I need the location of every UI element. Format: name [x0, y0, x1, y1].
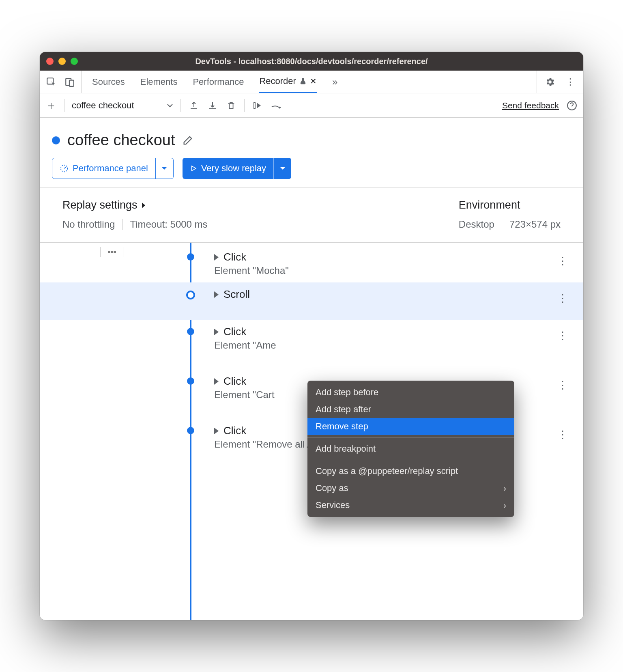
step-over-icon[interactable]	[271, 100, 282, 111]
chevron-right-icon	[142, 202, 146, 209]
step-subtitle: Element "Ame	[214, 340, 276, 351]
step-more-icon[interactable]: ⋮	[557, 292, 568, 305]
expand-caret-icon[interactable]	[214, 254, 219, 261]
replay-settings-heading[interactable]: Replay settings	[62, 199, 208, 211]
step-more-icon[interactable]: ⋮	[557, 379, 568, 392]
tab-performance-label: Performance	[193, 77, 244, 87]
environment-section: Environment Desktop 723×574 px	[459, 199, 561, 230]
close-window-button[interactable]	[46, 58, 54, 65]
replay-button-caret[interactable]	[273, 158, 291, 179]
step-row[interactable]: Click Element "Ame ⋮	[40, 320, 583, 357]
ctx-copy-as[interactable]: Copy as›	[307, 480, 514, 497]
divider	[244, 99, 245, 112]
divider	[307, 437, 514, 438]
settings-gear-icon[interactable]	[544, 76, 556, 88]
edit-title-icon[interactable]	[182, 135, 193, 146]
performance-panel-label: Performance panel	[73, 163, 148, 174]
inspect-element-icon[interactable]	[45, 76, 57, 88]
divider	[502, 219, 502, 230]
window-titlebar: DevTools - localhost:8080/docs/devtools/…	[40, 52, 583, 71]
play-icon	[190, 165, 197, 172]
recording-header: coffee checkout Performance panel Very s…	[40, 118, 583, 187]
divider	[122, 219, 122, 230]
tab-sources[interactable]: Sources	[92, 71, 125, 93]
svg-rect-3	[254, 103, 255, 108]
new-recording-icon[interactable]: ＋	[45, 100, 57, 111]
expand-caret-icon[interactable]	[214, 291, 219, 298]
gauge-icon	[60, 164, 69, 173]
flask-icon	[299, 78, 307, 85]
window-title: DevTools - localhost:8080/docs/devtools/…	[40, 57, 583, 66]
chevron-right-icon: ›	[503, 501, 506, 510]
step-more-icon[interactable]: ⋮	[557, 255, 568, 267]
environment-dimensions: 723×574 px	[509, 219, 561, 230]
help-icon[interactable]	[566, 100, 578, 111]
ctx-add-step-before[interactable]: Add step before	[307, 384, 514, 401]
expand-caret-icon[interactable]	[214, 329, 219, 335]
throttling-value: No throttling	[62, 219, 115, 230]
ctx-services[interactable]: Services›	[307, 497, 514, 514]
zoom-window-button[interactable]	[71, 58, 78, 65]
tab-sources-label: Sources	[92, 77, 125, 87]
delete-icon[interactable]	[226, 100, 237, 111]
ctx-add-breakpoint[interactable]: Add breakpoint	[307, 440, 514, 457]
divider	[307, 460, 514, 460]
export-icon[interactable]	[188, 100, 200, 111]
timeline-node	[187, 427, 194, 434]
step-subtitle: Element "Cart	[214, 389, 275, 401]
send-feedback-link[interactable]: Send feedback	[502, 101, 559, 110]
step-title: Click	[223, 325, 246, 338]
step-more-icon[interactable]: ⋮	[557, 429, 568, 441]
ctx-add-step-after[interactable]: Add step after	[307, 401, 514, 418]
kebab-menu-icon[interactable]: ⋮	[565, 76, 576, 88]
tabs-container: Sources Elements Performance Recorder ✕ …	[82, 71, 537, 93]
environment-heading: Environment	[459, 199, 520, 211]
step-row[interactable]: Scroll ⋮	[40, 282, 583, 320]
timeline-node	[187, 253, 194, 261]
chevron-right-icon: ›	[503, 484, 506, 493]
step-row[interactable]: ▦▦▦ Click Element "Mocha" ⋮	[40, 245, 583, 282]
step-play-icon[interactable]	[252, 100, 263, 111]
action-buttons: Performance panel Very slow replay	[52, 158, 571, 179]
replay-settings-section: Replay settings No throttling Timeout: 5…	[62, 199, 208, 230]
more-tabs-icon[interactable]: »	[332, 76, 337, 88]
recording-title-row: coffee checkout	[52, 131, 571, 149]
recorder-toolbar: ＋ coffee checkout Send feedback	[40, 93, 583, 118]
context-menu: Add step before Add step after Remove st…	[307, 381, 514, 517]
chevron-down-icon	[167, 103, 173, 108]
timeout-value: Timeout: 5000 ms	[130, 219, 207, 230]
step-thumbnail: ▦▦▦	[101, 247, 123, 257]
settings-row: Replay settings No throttling Timeout: 5…	[40, 187, 583, 243]
divider	[180, 99, 181, 112]
minimize-window-button[interactable]	[58, 58, 66, 65]
import-icon[interactable]	[207, 100, 218, 111]
recording-select[interactable]: coffee checkout	[72, 100, 173, 111]
inspect-tools	[40, 71, 82, 93]
step-title: Click	[223, 251, 246, 263]
ctx-copy-puppeteer[interactable]: Copy as a @puppeteer/replay script	[307, 463, 514, 480]
devtools-window: DevTools - localhost:8080/docs/devtools/…	[40, 52, 583, 620]
step-more-icon[interactable]: ⋮	[557, 330, 568, 342]
performance-panel-caret[interactable]	[155, 158, 173, 179]
panel-tab-bar: Sources Elements Performance Recorder ✕ …	[40, 71, 583, 93]
replay-button-label: Very slow replay	[201, 163, 266, 174]
device-toolbar-icon[interactable]	[64, 76, 75, 88]
environment-device: Desktop	[459, 219, 494, 230]
step-title: Scroll	[223, 288, 250, 301]
tab-elements-label: Elements	[140, 77, 178, 87]
expand-caret-icon[interactable]	[214, 428, 219, 434]
tab-recorder-label: Recorder	[259, 76, 296, 86]
recording-status-dot	[52, 136, 60, 144]
close-tab-icon[interactable]: ✕	[310, 76, 317, 86]
performance-panel-button[interactable]: Performance panel	[52, 158, 174, 179]
ctx-remove-step[interactable]: Remove step	[307, 418, 514, 435]
step-subtitle: Element "Mocha"	[214, 265, 289, 276]
recording-select-label: coffee checkout	[72, 100, 134, 111]
tab-performance[interactable]: Performance	[193, 71, 244, 93]
tab-recorder[interactable]: Recorder ✕	[259, 71, 316, 93]
expand-caret-icon[interactable]	[214, 378, 219, 385]
step-title: Click	[223, 375, 246, 388]
traffic-lights	[46, 58, 78, 65]
tab-elements[interactable]: Elements	[140, 71, 178, 93]
replay-button[interactable]: Very slow replay	[183, 158, 291, 179]
